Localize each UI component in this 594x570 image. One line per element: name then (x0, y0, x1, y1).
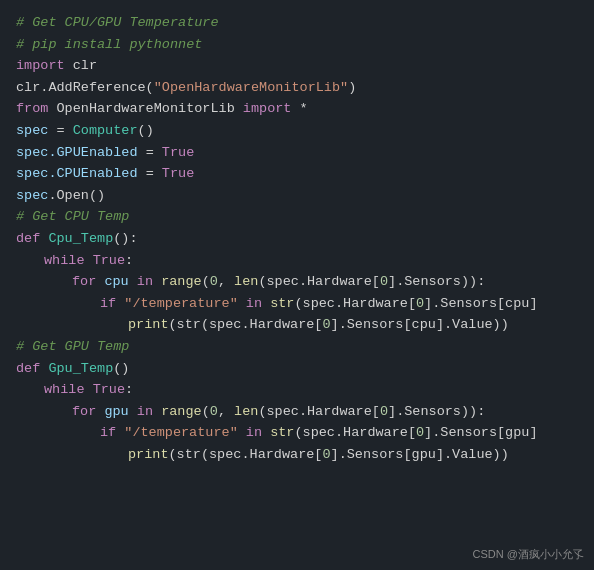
line-18: while True : (16, 379, 578, 401)
line-15: print (str(spec.Hardware[ 0 ].Sensors[cp… (16, 314, 578, 336)
line-3: import clr (16, 55, 578, 77)
line-5: from OpenHardwareMonitorLib import * (16, 98, 578, 120)
line-7: spec.GPUEnabled = True (16, 142, 578, 164)
line-20: if "/temperature" in str (spec.Hardware[… (16, 422, 578, 444)
line-12: while True : (16, 250, 578, 272)
line-1: # Get CPU/GPU Temperature (16, 12, 578, 34)
code-editor: # Get CPU/GPU Temperature # pip install … (0, 0, 594, 570)
line-2: # pip install pythonnet (16, 34, 578, 56)
line-11: def Cpu_Temp (): (16, 228, 578, 250)
line-6: spec = Computer () (16, 120, 578, 142)
watermark: CSDN @酒疯小小允孓 (473, 546, 584, 564)
line-9: spec .Open() (16, 185, 578, 207)
line-13: for cpu in range ( 0 , len (spec.Hardwar… (16, 271, 578, 293)
line-10: # Get CPU Temp (16, 206, 578, 228)
line-14: if "/temperature" in str (spec.Hardware[… (16, 293, 578, 315)
line-8: spec.CPUEnabled = True (16, 163, 578, 185)
line-16: # Get GPU Temp (16, 336, 578, 358)
line-19: for gpu in range ( 0 , len (spec.Hardwar… (16, 401, 578, 423)
line-17: def Gpu_Temp () (16, 358, 578, 380)
line-4: clr.AddReference("OpenHardwareMonitorLib… (16, 77, 578, 99)
line-21: print (str(spec.Hardware[ 0 ].Sensors[gp… (16, 444, 578, 466)
